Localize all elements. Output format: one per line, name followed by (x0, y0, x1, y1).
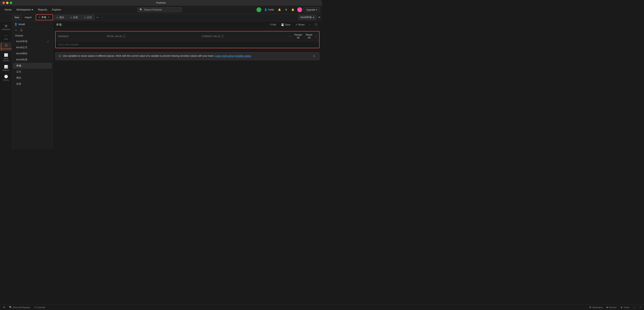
env-item-kecell-local[interactable]: kecell本地 ✓ (13, 38, 52, 44)
env-item-kecell-test[interactable]: kecell测试 (13, 51, 52, 56)
env-selector[interactable]: kecell本地 ▾ (298, 15, 316, 20)
info-icon: ⓘ (59, 54, 61, 58)
notification-close-button[interactable]: ✕ (312, 54, 316, 58)
info-button[interactable]: ⓘ (314, 23, 319, 26)
notification-icon[interactable]: 🔔 (290, 8, 296, 11)
title-bar: Postman (0, 0, 322, 6)
user-icon: 👤 (14, 23, 18, 26)
chevron-down-icon: ▾ (316, 8, 317, 11)
learn-more-link[interactable]: Learn more about variable values (215, 54, 251, 57)
save-icon: 💾 (281, 23, 284, 26)
sidebar-item-collections[interactable]: ⊞ Collections (1, 23, 11, 32)
bell-icon: 🔔 (278, 8, 281, 11)
main-layout: ⊞ Collections ⋯ APIs ⊡ Environments ⬜ Mo… (0, 21, 322, 149)
alert-icon: 🔔 (291, 8, 294, 11)
import-button[interactable]: Import (23, 15, 34, 19)
tab-grey[interactable]: ⊟ 灰度 (68, 15, 80, 20)
variables-table: VARIABLE INITIAL VALUE i CURRENT VALUE i… (55, 31, 320, 48)
traffic-lights (2, 1, 12, 4)
sidebar-item-monitors[interactable]: 📊 Monitors (1, 64, 11, 73)
col-variable-header: VARIABLE (58, 35, 107, 37)
tab-close-button[interactable]: ✕ (48, 16, 50, 19)
tab-label: 正式 (87, 16, 92, 19)
chevron-down-icon: ▾ (313, 16, 314, 19)
env-icon: ⊟ (38, 16, 40, 18)
env-icon: ⊟ (56, 16, 58, 19)
invite-button[interactable]: 👤 Invite (263, 8, 275, 11)
col-current-header: CURRENT VALUE i (202, 35, 297, 38)
env-icon: ⊟ (70, 16, 72, 19)
nav-right: ↑ 👤 Invite 🔔 ⚙ 🔔 🐙 Upgrade ▾ (256, 7, 320, 12)
sync-icon[interactable]: ↑ (256, 7, 261, 12)
sidebar-item-history[interactable]: 🕐 History (1, 73, 11, 82)
mock-icon: ⬜ (4, 53, 8, 57)
env-item-grey[interactable]: 灰度 (13, 81, 52, 87)
notification-bar: ⓘ Use variables to reuse values in diffe… (55, 52, 320, 60)
api-icon: ⋯ (4, 34, 8, 37)
env-icon: ⊟ (84, 16, 86, 19)
share-button[interactable]: ↗ Share (294, 23, 306, 27)
notification-bell[interactable]: 🔔 (277, 8, 282, 11)
sidebar-icons: ⊞ Collections ⋯ APIs ⊡ Environments ⬜ Mo… (0, 21, 12, 149)
chevron-down-icon: ▾ (32, 8, 33, 11)
avatar[interactable]: 🐙 (297, 7, 302, 12)
persist-all-button[interactable]: Persist All (293, 33, 303, 39)
gear-icon: ⚙ (285, 8, 287, 11)
sort-environments-button[interactable]: ☰ (19, 28, 24, 32)
share-icon: ↗ (295, 23, 297, 26)
workspaces-button[interactable]: Workspaces ▾ (14, 7, 35, 12)
history-icon: 🕐 (4, 75, 8, 78)
settings-button[interactable]: ⚙ (284, 8, 288, 11)
env-item-formal[interactable]: 正式 (13, 69, 52, 75)
tab-label: 灰度 (73, 16, 78, 19)
eye-button[interactable]: 👁 (317, 16, 322, 19)
globals-item[interactable]: Globals (13, 33, 52, 38)
more-options-button[interactable]: ··· (308, 23, 312, 27)
search-input[interactable]: 🔍 Search Postman (137, 7, 182, 12)
tab-local[interactable]: ⊟ 本地 ✕ (36, 14, 53, 20)
env-item-kecell-formal[interactable]: kecell正式 (13, 45, 52, 50)
env-item-local[interactable]: 本地 (13, 63, 52, 69)
tab-formal[interactable]: ⊟ 正式 (81, 15, 94, 20)
second-bar: New Import ⊟ 本地 ✕ ⊟ 测试 ⊟ 灰度 ⊟ 正式 + ··· k… (0, 14, 322, 21)
add-environment-button[interactable]: + (14, 28, 18, 32)
minimize-button[interactable] (6, 1, 8, 4)
top-nav: Home Workspaces ▾ Reports Explore 🔍 Sear… (0, 6, 322, 14)
search-icon: 🔍 (140, 8, 143, 11)
new-button[interactable]: New (12, 15, 22, 20)
monitor-icon: 📊 (4, 65, 8, 69)
env-icon: ⊡ (5, 43, 8, 47)
explore-button[interactable]: Explore (50, 7, 63, 12)
close-button[interactable] (2, 1, 5, 4)
reports-button[interactable]: Reports (36, 7, 49, 12)
sidebar-list-header: + ☰ (12, 27, 52, 33)
sidebar-item-mock-servers[interactable]: ⬜ Mock Servers (1, 52, 11, 63)
tab-label: 本地 (42, 16, 46, 19)
reset-all-button[interactable]: Reset All (305, 33, 314, 39)
current-info-icon[interactable]: i (221, 35, 224, 38)
env-item-kecell-grey[interactable]: kecell灰度 (13, 57, 52, 63)
sidebar-item-environments[interactable]: ⊡ Environments (1, 42, 11, 51)
fork-button[interactable]: ⑂ Fork (268, 23, 278, 27)
collections-icon: ⊞ (5, 24, 7, 28)
env-selector-value: kecell本地 (300, 16, 312, 19)
tab-test[interactable]: ⊟ 测试 (54, 15, 67, 20)
col-actions-header: ··· Persist All Reset All ⠿ (296, 33, 317, 39)
initial-info-icon[interactable]: i (123, 35, 126, 38)
table-more-button[interactable]: ··· (288, 34, 292, 38)
save-button[interactable]: 💾 Save (280, 23, 292, 27)
more-tabs-button[interactable]: ··· (100, 16, 104, 19)
person-icon: 👤 (264, 8, 267, 11)
drag-handle: ⠿ (315, 35, 317, 38)
upgrade-button[interactable]: Upgrade ▾ (304, 7, 320, 12)
home-button[interactable]: Home (2, 7, 14, 12)
env-item-test[interactable]: 测试 (13, 75, 52, 81)
add-tab-button[interactable]: + (95, 16, 100, 19)
col-initial-header: INITIAL VALUE i (107, 35, 202, 38)
fork-icon: ⑂ (269, 23, 270, 26)
sidebar-item-apis[interactable]: ⋯ APIs (1, 32, 11, 41)
fullscreen-button[interactable] (10, 1, 12, 4)
table-row-add[interactable]: Add a new variable (56, 41, 319, 48)
check-icon: ✓ (47, 40, 49, 43)
tab-label: 测试 (59, 16, 64, 19)
